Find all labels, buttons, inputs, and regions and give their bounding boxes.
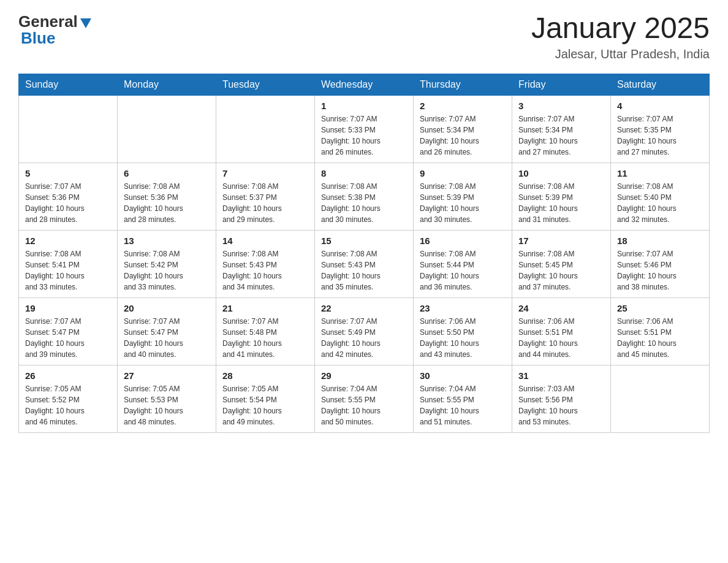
day-number: 5 (25, 168, 111, 178)
day-number: 10 (518, 168, 604, 178)
day-number: 13 (124, 236, 210, 246)
calendar-cell: 20Sunrise: 7:07 AM Sunset: 5:47 PM Dayli… (118, 297, 216, 365)
day-number: 27 (124, 370, 210, 381)
day-info: Sunrise: 7:06 AM Sunset: 5:51 PM Dayligh… (518, 316, 604, 360)
calendar-cell: 24Sunrise: 7:06 AM Sunset: 5:51 PM Dayli… (512, 297, 611, 365)
logo: General Blue (18, 12, 93, 48)
day-number: 20 (124, 303, 210, 313)
weekday-header-thursday: Thursday (414, 74, 512, 95)
calendar-cell: 25Sunrise: 7:06 AM Sunset: 5:51 PM Dayli… (611, 297, 710, 365)
calendar-cell: 29Sunrise: 7:04 AM Sunset: 5:55 PM Dayli… (315, 365, 414, 432)
calendar-cell: 1Sunrise: 7:07 AM Sunset: 5:33 PM Daylig… (315, 95, 414, 163)
calendar-week-row: 19Sunrise: 7:07 AM Sunset: 5:47 PM Dayli… (19, 297, 710, 365)
day-number: 28 (222, 370, 308, 381)
calendar-cell: 23Sunrise: 7:06 AM Sunset: 5:50 PM Dayli… (414, 297, 512, 365)
day-info: Sunrise: 7:08 AM Sunset: 5:44 PM Dayligh… (420, 248, 506, 293)
calendar-cell: 26Sunrise: 7:05 AM Sunset: 5:52 PM Dayli… (19, 365, 118, 432)
day-info: Sunrise: 7:08 AM Sunset: 5:37 PM Dayligh… (222, 181, 308, 225)
day-info: Sunrise: 7:08 AM Sunset: 5:39 PM Dayligh… (420, 181, 506, 225)
day-number: 2 (420, 101, 506, 111)
day-info: Sunrise: 7:07 AM Sunset: 5:47 PM Dayligh… (124, 316, 210, 360)
day-number: 29 (321, 370, 407, 381)
calendar-cell: 15Sunrise: 7:08 AM Sunset: 5:43 PM Dayli… (315, 230, 414, 297)
day-info: Sunrise: 7:05 AM Sunset: 5:53 PM Dayligh… (124, 383, 210, 427)
day-number: 26 (25, 370, 111, 381)
day-number: 14 (222, 236, 308, 246)
calendar-cell: 11Sunrise: 7:08 AM Sunset: 5:40 PM Dayli… (611, 163, 710, 230)
calendar-cell: 18Sunrise: 7:07 AM Sunset: 5:46 PM Dayli… (611, 230, 710, 297)
calendar-cell: 7Sunrise: 7:08 AM Sunset: 5:37 PM Daylig… (216, 163, 315, 230)
calendar-week-row: 5Sunrise: 7:07 AM Sunset: 5:36 PM Daylig… (19, 163, 710, 230)
day-info: Sunrise: 7:07 AM Sunset: 5:48 PM Dayligh… (222, 316, 308, 360)
logo-blue-text: Blue (21, 29, 55, 47)
weekday-header-friday: Friday (512, 74, 611, 95)
calendar-cell: 14Sunrise: 7:08 AM Sunset: 5:43 PM Dayli… (216, 230, 315, 297)
title-block: January 2025 Jalesar, Uttar Pradesh, Ind… (531, 12, 710, 61)
day-info: Sunrise: 7:08 AM Sunset: 5:41 PM Dayligh… (25, 248, 111, 293)
calendar-table: SundayMondayTuesdayWednesdayThursdayFrid… (18, 74, 710, 433)
calendar-cell: 6Sunrise: 7:08 AM Sunset: 5:36 PM Daylig… (118, 163, 216, 230)
weekday-header-sunday: Sunday (19, 74, 118, 95)
day-number: 23 (420, 303, 506, 313)
day-info: Sunrise: 7:07 AM Sunset: 5:35 PM Dayligh… (617, 113, 703, 158)
calendar-cell (19, 95, 118, 163)
calendar-week-row: 1Sunrise: 7:07 AM Sunset: 5:33 PM Daylig… (19, 95, 710, 163)
calendar-header-row: SundayMondayTuesdayWednesdayThursdayFrid… (19, 74, 710, 95)
day-info: Sunrise: 7:05 AM Sunset: 5:54 PM Dayligh… (222, 383, 308, 427)
day-info: Sunrise: 7:07 AM Sunset: 5:49 PM Dayligh… (321, 316, 407, 360)
day-number: 1 (321, 101, 407, 111)
calendar-cell: 27Sunrise: 7:05 AM Sunset: 5:53 PM Dayli… (118, 365, 216, 432)
day-info: Sunrise: 7:04 AM Sunset: 5:55 PM Dayligh… (420, 383, 506, 427)
day-number: 9 (420, 168, 506, 178)
day-info: Sunrise: 7:07 AM Sunset: 5:33 PM Dayligh… (321, 113, 407, 158)
calendar-cell: 30Sunrise: 7:04 AM Sunset: 5:55 PM Dayli… (414, 365, 512, 432)
calendar-cell: 12Sunrise: 7:08 AM Sunset: 5:41 PM Dayli… (19, 230, 118, 297)
calendar-title: January 2025 (531, 12, 710, 45)
calendar-cell: 16Sunrise: 7:08 AM Sunset: 5:44 PM Dayli… (414, 230, 512, 297)
calendar-cell: 10Sunrise: 7:08 AM Sunset: 5:39 PM Dayli… (512, 163, 611, 230)
weekday-header-wednesday: Wednesday (315, 74, 414, 95)
day-info: Sunrise: 7:08 AM Sunset: 5:36 PM Dayligh… (124, 181, 210, 225)
day-number: 12 (25, 236, 111, 246)
day-info: Sunrise: 7:03 AM Sunset: 5:56 PM Dayligh… (518, 383, 604, 427)
day-number: 6 (124, 168, 210, 178)
day-number: 4 (617, 101, 703, 111)
day-info: Sunrise: 7:08 AM Sunset: 5:43 PM Dayligh… (321, 248, 407, 293)
calendar-cell: 17Sunrise: 7:08 AM Sunset: 5:45 PM Dayli… (512, 230, 611, 297)
svg-marker-0 (80, 18, 91, 28)
day-number: 16 (420, 236, 506, 246)
day-number: 17 (518, 236, 604, 246)
day-number: 25 (617, 303, 703, 313)
day-info: Sunrise: 7:04 AM Sunset: 5:55 PM Dayligh… (321, 383, 407, 427)
day-info: Sunrise: 7:07 AM Sunset: 5:34 PM Dayligh… (420, 113, 506, 158)
day-number: 15 (321, 236, 407, 246)
day-info: Sunrise: 7:07 AM Sunset: 5:46 PM Dayligh… (617, 248, 703, 293)
day-info: Sunrise: 7:08 AM Sunset: 5:40 PM Dayligh… (617, 181, 703, 225)
calendar-cell: 21Sunrise: 7:07 AM Sunset: 5:48 PM Dayli… (216, 297, 315, 365)
day-info: Sunrise: 7:08 AM Sunset: 5:38 PM Dayligh… (321, 181, 407, 225)
day-number: 31 (518, 370, 604, 381)
calendar-subtitle: Jalesar, Uttar Pradesh, India (531, 47, 710, 61)
calendar-cell: 19Sunrise: 7:07 AM Sunset: 5:47 PM Dayli… (19, 297, 118, 365)
day-info: Sunrise: 7:06 AM Sunset: 5:51 PM Dayligh… (617, 316, 703, 360)
calendar-cell: 31Sunrise: 7:03 AM Sunset: 5:56 PM Dayli… (512, 365, 611, 432)
day-info: Sunrise: 7:08 AM Sunset: 5:39 PM Dayligh… (518, 181, 604, 225)
day-info: Sunrise: 7:05 AM Sunset: 5:52 PM Dayligh… (25, 383, 111, 427)
calendar-cell: 2Sunrise: 7:07 AM Sunset: 5:34 PM Daylig… (414, 95, 512, 163)
day-number: 21 (222, 303, 308, 313)
weekday-header-monday: Monday (118, 74, 216, 95)
day-number: 19 (25, 303, 111, 313)
calendar-week-row: 12Sunrise: 7:08 AM Sunset: 5:41 PM Dayli… (19, 230, 710, 297)
calendar-cell: 28Sunrise: 7:05 AM Sunset: 5:54 PM Dayli… (216, 365, 315, 432)
calendar-cell: 8Sunrise: 7:08 AM Sunset: 5:38 PM Daylig… (315, 163, 414, 230)
page-header: General Blue January 2025 Jalesar, Uttar… (18, 12, 710, 61)
day-number: 22 (321, 303, 407, 313)
day-number: 30 (420, 370, 506, 381)
calendar-cell: 5Sunrise: 7:07 AM Sunset: 5:36 PM Daylig… (19, 163, 118, 230)
calendar-cell: 4Sunrise: 7:07 AM Sunset: 5:35 PM Daylig… (611, 95, 710, 163)
calendar-cell (118, 95, 216, 163)
weekday-header-tuesday: Tuesday (216, 74, 315, 95)
calendar-week-row: 26Sunrise: 7:05 AM Sunset: 5:52 PM Dayli… (19, 365, 710, 432)
day-info: Sunrise: 7:07 AM Sunset: 5:34 PM Dayligh… (518, 113, 604, 158)
calendar-cell: 13Sunrise: 7:08 AM Sunset: 5:42 PM Dayli… (118, 230, 216, 297)
